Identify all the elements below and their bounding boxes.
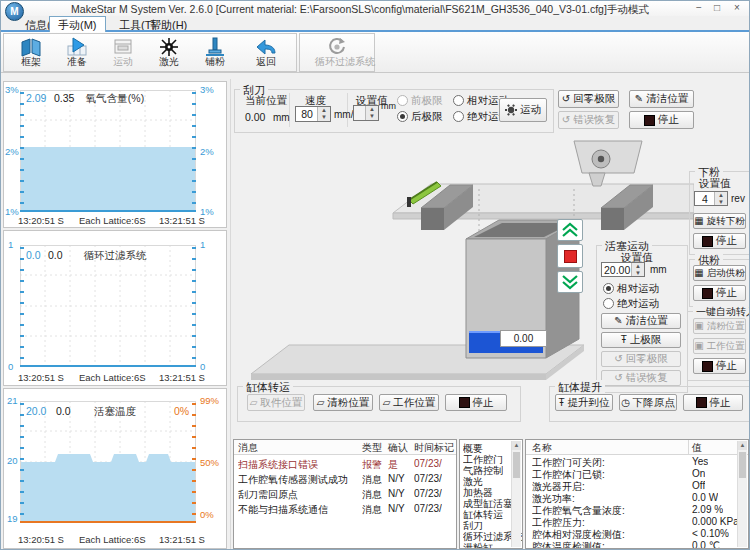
oxygen-ytick: 2% [200, 146, 214, 157]
piston-relative-radio[interactable]: 相对运动 [603, 282, 659, 296]
status-row[interactable]: 工作腔体门已锁:On [526, 468, 738, 479]
maximize-button[interactable]: □ [709, 2, 725, 15]
chevron-down-icon [558, 272, 582, 292]
scraper-stop-button[interactable]: 停止 [629, 111, 694, 129]
status-row[interactable]: 工作腔氧气含量浓度:2.09 % [526, 504, 738, 515]
status-row[interactable]: 激光器开启:Off [526, 480, 738, 491]
status-row[interactable]: 激光功率:0.0 W [526, 492, 738, 503]
pick-position-button: ▱取件位置 [247, 394, 305, 411]
left-panel-divider [230, 79, 231, 549]
work-position-button[interactable]: ▱工作位置 [379, 394, 439, 411]
toolbar-back-button[interactable]: 返回 [244, 35, 288, 70]
rear-limit-radio-circle[interactable] [397, 111, 408, 122]
piston-spinner-arrows[interactable]: ▲▼ [631, 263, 644, 276]
grid-icon: ▦ [694, 216, 703, 226]
piston-set-spinner[interactable]: 20.00 ▲▼ [601, 262, 645, 277]
home-arrow-icon: ↺ [562, 94, 570, 104]
lower-to-origin-button[interactable]: ◷下降原点 [619, 394, 677, 411]
scraper-home-limit-button[interactable]: ↺回零极限 [558, 90, 619, 108]
powder-down-spinner-arrows[interactable]: ▲▼ [714, 192, 727, 205]
scrollbar-thumb[interactable] [513, 452, 520, 478]
start-powder-supply-button[interactable]: ▦启动供粉 [693, 265, 746, 281]
cylinder-lift-stop-button[interactable]: 停止 [683, 394, 743, 411]
category-item[interactable]: 泄粉缸 [463, 541, 493, 549]
toolbar-prepare-button[interactable]: 准备 [55, 35, 99, 70]
auto-transfer-stop-button[interactable]: 停止 [693, 358, 746, 374]
toolbar-laser-button[interactable]: 激光 [147, 35, 191, 70]
powder-down-set-label: 设置值 [699, 177, 731, 191]
upper-limit-icon: Ŧ [621, 335, 627, 345]
message-row[interactable]: 工作腔氧传感器测试成功 消息 N/Y 07/23/ [234, 473, 456, 486]
filter-ytick: 0 [200, 361, 205, 372]
speed-spinner[interactable]: 80 ▲▼ [295, 106, 331, 122]
piston-stop-button[interactable] [557, 244, 583, 268]
spin-up-icon[interactable]: ▲ [318, 107, 330, 114]
piston-home-limit-button: ↺回零极限 [601, 351, 681, 367]
absolute-motion-radio-circle[interactable] [453, 111, 464, 122]
cylinder-lift-title: 缸体提升 [555, 380, 605, 395]
piston-temp-x-end: 13:21:51 S [159, 534, 205, 545]
piston-clean-position-button[interactable]: ✎清洁位置 [601, 313, 681, 329]
brush-icon: ✎ [635, 94, 643, 104]
scroll-up-icon[interactable]: ▲ [738, 441, 747, 450]
filter-aux-value: 0.0 [48, 249, 63, 261]
message-row[interactable]: 扫描系统接口错误 报警 是 07/23/ [234, 458, 456, 471]
minimize-button[interactable]: − [691, 2, 707, 15]
menu-manual-active[interactable]: 手动(M) [49, 16, 106, 32]
status-header-name: 名称 [532, 441, 552, 455]
category-scrollbar[interactable]: ▲ [511, 441, 521, 547]
recover-arrow-icon: ↺ [562, 115, 570, 125]
laser-icon [158, 37, 180, 57]
piston-relative-radio-circle[interactable] [603, 283, 614, 294]
piston-absolute-radio-circle[interactable] [603, 298, 614, 309]
spin-down-icon[interactable]: ▼ [366, 113, 378, 120]
brush-icon: ✎ [614, 316, 622, 326]
status-row[interactable]: 腔体温度检测值:0.0 ℃ [526, 540, 738, 549]
red-stop-icon [564, 250, 577, 263]
messages-header-type: 类型 [362, 441, 382, 455]
piston-absolute-radio[interactable]: 绝对运动 [603, 297, 659, 311]
toolbar-powder-button[interactable]: 铺粉 [193, 35, 237, 70]
menu-help[interactable]: 帮助(H) [144, 18, 193, 30]
menu-bar: 信息(I) 手动(M) 工具(T) 帮助(H) [1, 16, 749, 30]
set-value-spinner-arrows[interactable]: ▲▼ [365, 106, 378, 120]
move-button[interactable]: 运动 [499, 98, 547, 122]
scraper-error-recover-button: ↺错误恢复 [558, 111, 619, 129]
message-row[interactable]: 刮刀需回原点 消息 N/Y 07/23/ [234, 488, 456, 501]
status-row[interactable]: 工作腔压力:0.000 KPa [526, 516, 738, 527]
speed-spinner-arrows[interactable]: ▲▼ [317, 107, 330, 121]
rear-limit-radio[interactable]: 后极限 [397, 110, 443, 124]
speed-value: 80 [298, 108, 316, 120]
piston-up-button[interactable] [557, 219, 583, 241]
spin-up-icon[interactable]: ▲ [366, 106, 378, 113]
powder-down-unit: rev [731, 193, 745, 204]
scroll-up-icon[interactable]: ▲ [512, 441, 521, 450]
message-row[interactable]: 不能与扫描系统通信 消息 N/Y 07/23/ [234, 503, 456, 516]
rotate-powder-down-button[interactable]: ▦旋转下粉 [693, 213, 746, 229]
scraper-clean-position-button[interactable]: ✎清洁位置 [629, 90, 694, 108]
lift-to-position-button[interactable]: Ŧ提升到位 [555, 394, 613, 411]
filter-cycle-icon [326, 37, 348, 57]
piston-set-value: 20.00 [604, 264, 630, 276]
powder-down-stop-button[interactable]: 停止 [693, 233, 746, 249]
piston-temp-aux-value: 0.0 [56, 405, 71, 417]
status-row[interactable]: 腔体相对湿度检测值:< 0.10% [526, 528, 738, 539]
set-value-spinner[interactable]: ▲▼ [353, 105, 379, 121]
oxygen-x-start: 13:20:51 S [18, 215, 64, 226]
spin-down-icon[interactable]: ▼ [318, 114, 330, 121]
status-row[interactable]: 工作腔门可关闭:Yes [526, 456, 738, 467]
position-icon: ▱ [383, 398, 391, 408]
toolbar-frame-button[interactable]: 框架 [9, 35, 53, 70]
relative-motion-radio-circle[interactable] [453, 95, 464, 106]
spin-down-icon[interactable]: ▼ [715, 199, 727, 206]
spin-down-icon[interactable]: ▼ [632, 270, 644, 277]
close-button[interactable]: × [729, 2, 745, 15]
piston-down-button[interactable] [557, 271, 583, 293]
powder-down-spinner[interactable]: 4 ▲▼ [694, 191, 728, 206]
powder-supply-stop-button[interactable]: 停止 [693, 285, 746, 301]
cylinder-transfer-stop-button[interactable]: 停止 [445, 394, 507, 411]
status-scrollbar[interactable]: ▲ [737, 441, 747, 547]
piston-upper-limit-button[interactable]: Ŧ上极限 [601, 332, 681, 348]
scrollbar-thumb[interactable] [739, 452, 746, 478]
clean-powder-position-button[interactable]: ▱清粉位置 [313, 394, 373, 411]
